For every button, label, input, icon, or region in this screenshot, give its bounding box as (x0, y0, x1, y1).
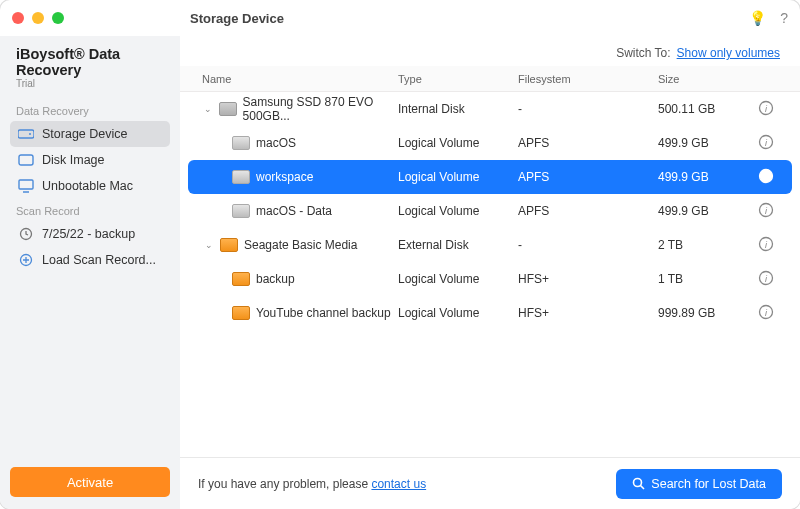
nav-storage-device[interactable]: Storage Device (10, 121, 170, 147)
disk-icon (219, 102, 237, 116)
minimize-icon[interactable] (32, 12, 44, 24)
switch-mode-link[interactable]: Show only volumes (677, 46, 780, 60)
svg-text:i: i (765, 205, 768, 215)
volume-icon (232, 170, 250, 184)
volume-icon (232, 272, 250, 286)
volume-icon (232, 136, 250, 150)
row-name: macOS (256, 136, 296, 150)
row-fs: APFS (518, 204, 658, 218)
info-icon[interactable]: i (758, 168, 782, 187)
svg-text:i: i (765, 239, 768, 249)
info-icon[interactable]: i (758, 236, 782, 255)
col-name: Name (188, 73, 398, 85)
titlebar: Storage Device 💡 ? (0, 0, 800, 36)
row-name: Samsung SSD 870 EVO 500GB... (243, 95, 398, 123)
row-size: 1 TB (658, 272, 758, 286)
storage-device-icon (18, 127, 34, 141)
nav-label: Storage Device (42, 127, 127, 141)
table-header: Name Type Filesystem Size (180, 66, 800, 92)
nav-label: Unbootable Mac (42, 179, 133, 193)
table-row[interactable]: ⌄Samsung SSD 870 EVO 500GB...Internal Di… (180, 92, 800, 126)
row-size: 2 TB (658, 238, 758, 252)
svg-text:i: i (765, 307, 768, 317)
section-scan-record: Scan Record (10, 199, 170, 221)
row-name: Seagate Basic Media (244, 238, 357, 252)
row-name: macOS - Data (256, 204, 332, 218)
table-row[interactable]: ⌄Seagate Basic MediaExternal Disk-2 TBi (180, 228, 800, 262)
row-size: 499.9 GB (658, 170, 758, 184)
chevron-down-icon[interactable]: ⌄ (204, 240, 214, 250)
nav-label: 7/25/22 - backup (42, 227, 135, 241)
help-icon[interactable]: ? (780, 10, 788, 26)
footer-text: If you have any problem, please (198, 477, 371, 491)
plus-circle-icon (18, 253, 34, 267)
volume-icon (232, 204, 250, 218)
row-name: YouTube channel backup (256, 306, 391, 320)
row-type: External Disk (398, 238, 518, 252)
close-icon[interactable] (12, 12, 24, 24)
row-size: 999.89 GB (658, 306, 758, 320)
disk-icon (220, 238, 238, 252)
info-icon[interactable]: i (758, 100, 782, 119)
hint-icon[interactable]: 💡 (749, 10, 766, 26)
app-brand: iBoysoft® Data Recovery (10, 42, 170, 78)
row-size: 499.9 GB (658, 136, 758, 150)
row-fs: HFS+ (518, 306, 658, 320)
svg-text:i: i (765, 137, 768, 147)
content-pane: Switch To: Show only volumes Name Type F… (180, 36, 800, 509)
row-type: Logical Volume (398, 204, 518, 218)
nav-disk-image[interactable]: Disk Image (10, 147, 170, 173)
row-name: backup (256, 272, 295, 286)
disk-image-icon (18, 153, 34, 167)
section-data-recovery: Data Recovery (10, 99, 170, 121)
device-list: ⌄Samsung SSD 870 EVO 500GB...Internal Di… (180, 92, 800, 330)
info-icon[interactable]: i (758, 304, 782, 323)
table-row[interactable]: macOSLogical VolumeAPFS499.9 GBi (180, 126, 800, 160)
row-type: Logical Volume (398, 170, 518, 184)
fullscreen-icon[interactable] (52, 12, 64, 24)
search-lost-data-button[interactable]: Search for Lost Data (616, 469, 782, 499)
search-icon (632, 477, 645, 490)
info-icon[interactable]: i (758, 202, 782, 221)
svg-line-22 (641, 486, 645, 490)
window-title: Storage Device (190, 11, 749, 26)
table-row[interactable]: backupLogical VolumeHFS+1 TBi (180, 262, 800, 296)
row-fs: HFS+ (518, 272, 658, 286)
nav-load-scan-record[interactable]: Load Scan Record... (10, 247, 170, 273)
svg-rect-2 (19, 155, 33, 165)
sidebar: iBoysoft® Data Recovery Trial Data Recov… (0, 36, 180, 509)
row-size: 499.9 GB (658, 204, 758, 218)
info-icon[interactable]: i (758, 270, 782, 289)
svg-rect-3 (19, 180, 33, 189)
svg-text:i: i (765, 103, 768, 113)
chevron-down-icon[interactable]: ⌄ (204, 104, 213, 114)
row-type: Logical Volume (398, 272, 518, 286)
nav-scan-record-item[interactable]: 7/25/22 - backup (10, 221, 170, 247)
row-size: 500.11 GB (658, 102, 758, 116)
nav-label: Disk Image (42, 153, 105, 167)
svg-point-1 (29, 133, 31, 135)
contact-link[interactable]: contact us (371, 477, 426, 491)
row-fs: APFS (518, 170, 658, 184)
clock-icon (18, 227, 34, 241)
activate-button[interactable]: Activate (10, 467, 170, 497)
svg-text:i: i (765, 273, 768, 283)
footer: If you have any problem, please contact … (180, 457, 800, 509)
row-name: workspace (256, 170, 313, 184)
row-fs: APFS (518, 136, 658, 150)
table-row[interactable]: macOS - DataLogical VolumeAPFS499.9 GBi (180, 194, 800, 228)
search-button-label: Search for Lost Data (651, 477, 766, 491)
nav-unbootable-mac[interactable]: Unbootable Mac (10, 173, 170, 199)
row-type: Logical Volume (398, 136, 518, 150)
info-icon[interactable]: i (758, 134, 782, 153)
row-fs: - (518, 238, 658, 252)
col-type: Type (398, 73, 518, 85)
volume-icon (232, 306, 250, 320)
row-fs: - (518, 102, 658, 116)
row-type: Internal Disk (398, 102, 518, 116)
license-status: Trial (10, 78, 170, 99)
col-size: Size (658, 73, 758, 85)
table-row[interactable]: workspaceLogical VolumeAPFS499.9 GBi (188, 160, 792, 194)
table-row[interactable]: YouTube channel backupLogical VolumeHFS+… (180, 296, 800, 330)
row-type: Logical Volume (398, 306, 518, 320)
